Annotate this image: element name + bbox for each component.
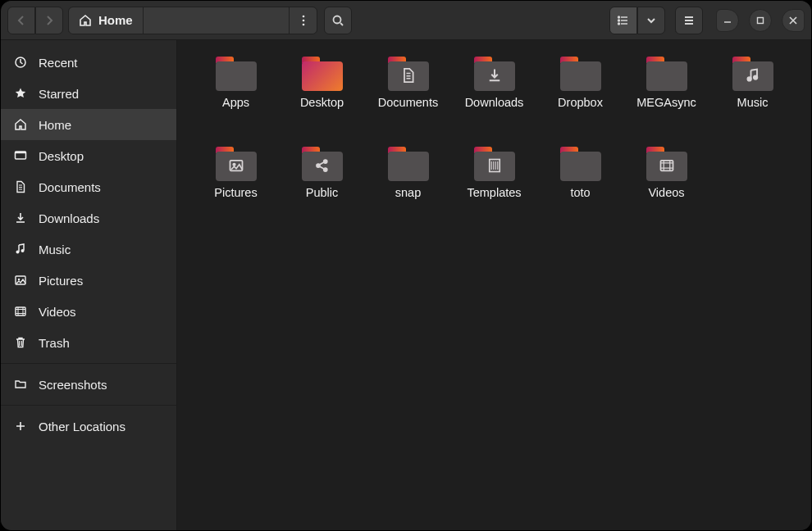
document-icon (388, 67, 429, 84)
document-icon (14, 180, 27, 193)
music-icon (732, 67, 773, 84)
folder-icon (474, 57, 515, 91)
folder-label: Public (306, 186, 339, 199)
folder-templates[interactable]: Templates (455, 145, 533, 227)
folder-icon (302, 57, 343, 91)
back-button[interactable] (7, 7, 35, 34)
music-icon (14, 243, 27, 256)
folder-icon (14, 378, 27, 391)
forward-button[interactable] (35, 7, 63, 34)
svg-point-2 (302, 23, 304, 25)
path-label: Home (98, 13, 133, 27)
folder-label: toto (570, 186, 590, 199)
file-manager-window: Home (0, 0, 812, 531)
sidebar-item-label: Trash (39, 336, 70, 350)
hamburger-icon (682, 14, 696, 27)
sidebar-item-screenshots[interactable]: Screenshots (1, 369, 176, 400)
maximize-button[interactable] (749, 9, 772, 32)
folder-videos[interactable]: Videos (627, 145, 705, 227)
folder-icon (474, 147, 515, 181)
folder-snap[interactable]: snap (369, 145, 447, 227)
video-icon (646, 157, 687, 174)
svg-point-1 (302, 19, 304, 21)
folder-label: MEGAsync (636, 96, 696, 109)
chevron-down-icon (645, 14, 658, 27)
sidebar-item-desktop[interactable]: Desktop (1, 140, 176, 171)
sidebar-item-label: Music (39, 243, 71, 256)
clock-icon (14, 56, 27, 69)
sidebar-item-label: Starred (39, 87, 79, 101)
folder-icon (560, 147, 601, 181)
trash-icon (14, 336, 27, 349)
folder-icon (560, 57, 601, 91)
path-menu-button[interactable] (289, 7, 317, 34)
close-button[interactable] (782, 9, 805, 32)
folder-icon (216, 147, 257, 181)
home-icon (14, 118, 27, 131)
folder-documents[interactable]: Documents (369, 55, 447, 137)
star-icon (14, 87, 27, 100)
search-icon (331, 14, 344, 27)
folder-icon (388, 57, 429, 91)
folder-desktop[interactable]: Desktop (283, 55, 361, 137)
sidebar-item-downloads[interactable]: Downloads (1, 202, 176, 234)
list-view-button[interactable] (609, 7, 637, 34)
download-icon (474, 67, 515, 84)
sidebar-item-pictures[interactable]: Pictures (1, 265, 176, 296)
search-button[interactable] (324, 7, 352, 34)
view-dropdown-button[interactable] (637, 7, 665, 34)
folder-label: Downloads (465, 96, 524, 109)
folder-label: Templates (467, 186, 521, 199)
path-bar[interactable]: Home (68, 7, 317, 34)
folder-toto[interactable]: toto (541, 145, 619, 227)
sidebar-item-label: Downloads (39, 211, 99, 225)
sidebar-item-label: Pictures (39, 274, 83, 288)
folder-label: Dropbox (558, 96, 603, 109)
sidebar: Recent Starred Home Desktop Documents Do… (1, 40, 177, 530)
view-controls (609, 7, 665, 34)
folder-music[interactable]: Music (714, 55, 791, 137)
image-icon (216, 157, 257, 174)
hamburger-menu-button[interactable] (675, 7, 703, 34)
headerbar: Home (1, 1, 811, 40)
svg-point-3 (334, 16, 341, 23)
folder-label: snap (395, 186, 421, 199)
image-icon (14, 274, 27, 287)
folder-icon (646, 147, 687, 181)
folder-label: Desktop (300, 96, 344, 109)
folder-icon (646, 57, 687, 91)
sidebar-item-label: Desktop (39, 149, 84, 163)
content-area[interactable]: Apps Desktop Documents Downloads Dro (177, 40, 811, 530)
folder-dropbox[interactable]: Dropbox (541, 55, 619, 137)
list-icon (617, 14, 630, 27)
desktop-icon (14, 149, 27, 162)
window-controls (716, 9, 805, 32)
folder-megasync[interactable]: MEGAsync (627, 55, 705, 137)
folder-public[interactable]: Public (283, 145, 361, 227)
sidebar-item-label: Recent (39, 56, 78, 70)
nav-buttons (7, 7, 63, 34)
svg-point-0 (302, 15, 304, 17)
folder-apps[interactable]: Apps (197, 55, 275, 137)
minimize-button[interactable] (716, 9, 739, 32)
sidebar-item-documents[interactable]: Documents (1, 171, 176, 202)
sidebar-item-starred[interactable]: Starred (1, 78, 176, 109)
template-icon (474, 157, 515, 174)
sidebar-item-home[interactable]: Home (1, 109, 176, 140)
folder-label: Pictures (214, 186, 257, 199)
svg-point-5 (618, 20, 620, 21)
sidebar-item-trash[interactable]: Trash (1, 327, 176, 358)
sidebar-item-label: Home (39, 118, 71, 132)
folder-label: Apps (222, 96, 249, 109)
folder-downloads[interactable]: Downloads (455, 55, 533, 137)
sidebar-item-music[interactable]: Music (1, 234, 176, 265)
sidebar-item-label: Other Locations (39, 420, 125, 433)
video-icon (14, 305, 27, 318)
path-segment-home[interactable]: Home (69, 7, 144, 34)
folder-icon (216, 57, 257, 91)
sidebar-item-videos[interactable]: Videos (1, 296, 176, 327)
sidebar-item-recent[interactable]: Recent (1, 47, 176, 78)
folder-pictures[interactable]: Pictures (197, 145, 275, 227)
sidebar-item-other[interactable]: Other Locations (1, 411, 176, 442)
svg-point-4 (618, 16, 620, 18)
